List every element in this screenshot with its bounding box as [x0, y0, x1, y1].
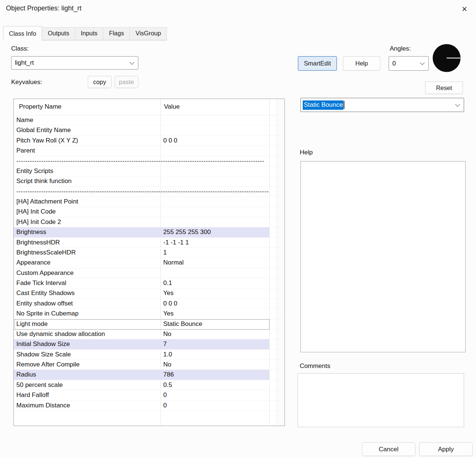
property-name: Pitch Yaw Roll (X Y Z)	[14, 136, 160, 145]
help-button[interactable]: Help	[343, 56, 380, 71]
table-row[interactable]: No Sprite in CubemapYes	[14, 309, 284, 319]
property-value: 1.0	[160, 350, 269, 359]
property-value	[160, 176, 269, 186]
table-row[interactable]: Custom Appearance	[14, 268, 284, 278]
table-row[interactable]: Initial Shadow Size7	[14, 339, 284, 349]
property-value	[160, 166, 269, 176]
table-row[interactable]: Radius786	[14, 370, 284, 380]
table-row[interactable]: Brightness255 255 255 300	[14, 227, 284, 237]
property-name: Global Entity Name	[14, 125, 160, 135]
tab-flags[interactable]: Flags	[103, 27, 130, 40]
table-row[interactable]: Cast Entity ShadowsYes	[14, 288, 284, 298]
header-value[interactable]: Value	[160, 99, 180, 115]
page-title: Object Properties: light_rt	[6, 4, 81, 12]
table-row[interactable]: Use dynamic shadow allocationNo	[14, 329, 284, 339]
table-row[interactable]: Remove After CompileNo	[14, 360, 284, 370]
property-name: Use dynamic shadow allocation	[14, 329, 160, 339]
table-row[interactable]: Parent	[14, 146, 284, 156]
keyvalues-label: Keyvalues:	[11, 79, 42, 86]
class-dropdown-value: light_rt	[15, 59, 34, 67]
tab-outputs[interactable]: Outputs	[42, 27, 75, 40]
keyvalues-table: Property Name Value NameGlobal Entity Na…	[13, 99, 285, 426]
property-name: 50 percent scale	[14, 380, 160, 390]
table-row[interactable]: Shadow Size Scale1.0	[14, 350, 284, 360]
value-editor-dropdown[interactable]: Static Bounce	[300, 98, 464, 112]
property-name: Custom Appearance	[14, 268, 160, 278]
angles-label: Angles:	[390, 45, 411, 52]
property-name: [HA] Init Code 2	[14, 217, 160, 227]
tab-inputs[interactable]: Inputs	[75, 27, 103, 40]
property-name: [HA] Init Code	[14, 207, 160, 217]
property-name: Remove After Compile	[14, 360, 160, 369]
table-row[interactable]: ----------------------------------------…	[14, 156, 284, 166]
class-dropdown[interactable]: light_rt	[11, 56, 138, 70]
divider-text: ----------------------------------------…	[14, 156, 269, 166]
property-value: 0	[160, 390, 269, 400]
property-value: 1	[160, 248, 269, 257]
table-row[interactable]: AppearanceNormal	[14, 258, 284, 268]
copy-button[interactable]: copy	[88, 76, 112, 88]
class-label: Class:	[11, 45, 29, 52]
chevron-down-icon	[455, 102, 460, 107]
prop-rows: NameGlobal Entity NamePitch Yaw Roll (X …	[14, 115, 284, 411]
property-name: Fade Tick Interval	[14, 278, 160, 288]
property-name: [HA] Attachment Point	[14, 197, 160, 206]
tab-class-info[interactable]: Class Info	[3, 26, 42, 41]
table-row[interactable]: Name	[14, 115, 284, 125]
table-row[interactable]: Script think function	[14, 176, 284, 186]
property-value: 255 255 255 300	[160, 227, 269, 237]
property-name: Initial Shadow Size	[14, 339, 160, 349]
close-icon[interactable]: ✕	[458, 3, 471, 15]
property-value: 0	[160, 401, 269, 410]
property-value: 7	[160, 339, 269, 349]
comments-input[interactable]	[298, 373, 464, 427]
property-value: 786	[160, 370, 269, 379]
help-panel-box	[300, 161, 466, 352]
tab-label: Flags	[109, 30, 124, 36]
table-row[interactable]: Fade Tick Interval0.1	[14, 278, 284, 288]
table-row[interactable]: [HA] Init Code	[14, 207, 284, 217]
property-value: No	[160, 360, 269, 369]
property-value: 0 0 0	[160, 299, 269, 308]
angle-dial-icon[interactable]	[432, 44, 461, 73]
table-row[interactable]: Hard Falloff0	[14, 390, 284, 400]
comments-label: Comments	[300, 362, 330, 370]
chevron-down-icon	[129, 60, 134, 65]
table-row[interactable]: 50 percent scale0.5	[14, 380, 284, 390]
property-value: Yes	[160, 288, 269, 298]
object-properties-dialog: { "window": { "title": "Object Propertie…	[0, 0, 476, 458]
header-property-name[interactable]: Property Name	[14, 99, 160, 115]
property-name: Light mode	[14, 319, 160, 329]
reset-button[interactable]: Reset	[425, 81, 463, 94]
property-value	[160, 197, 269, 206]
property-name: Name	[14, 115, 160, 125]
table-row[interactable]: Entity shadow offset0 0 0	[14, 299, 284, 309]
angles-dropdown[interactable]: 0	[389, 56, 429, 71]
property-value	[160, 268, 269, 278]
table-row[interactable]: Maximum Distance0	[14, 401, 284, 411]
tab-label: Inputs	[81, 30, 97, 36]
table-row[interactable]: Global Entity Name	[14, 125, 284, 135]
tab-visgroup[interactable]: VisGroup	[129, 27, 167, 40]
table-row[interactable]: BrightnessHDR-1 -1 -1 1	[14, 238, 284, 248]
property-value: Normal	[160, 258, 269, 268]
smartedit-button[interactable]: SmartEdit	[298, 56, 337, 71]
table-row[interactable]: [HA] Init Code 2	[14, 217, 284, 227]
table-row[interactable]: [HA] Attachment Point	[14, 197, 284, 207]
table-row[interactable]: Entity Scripts	[14, 166, 284, 176]
property-value	[160, 125, 269, 135]
property-value	[160, 146, 269, 156]
table-row[interactable]: BrightnessScaleHDR1	[14, 248, 284, 258]
table-row[interactable]: Pitch Yaw Roll (X Y Z)0 0 0	[14, 136, 284, 146]
property-value: Static Bounce	[160, 319, 269, 329]
property-name: Brightness	[14, 227, 160, 237]
cancel-button[interactable]: Cancel	[362, 442, 415, 456]
tab-strip: Class Info Outputs Inputs Flags VisGroup	[3, 26, 167, 41]
table-row[interactable]: ----------------------------------------…	[14, 187, 284, 197]
property-name: Shadow Size Scale	[14, 350, 160, 359]
table-row[interactable]: Light modeStatic Bounce	[14, 319, 284, 329]
property-value: 0.1	[160, 278, 269, 288]
apply-button[interactable]: Apply	[419, 442, 473, 456]
property-name: Cast Entity Shadows	[14, 288, 160, 298]
property-value: No	[160, 329, 269, 339]
